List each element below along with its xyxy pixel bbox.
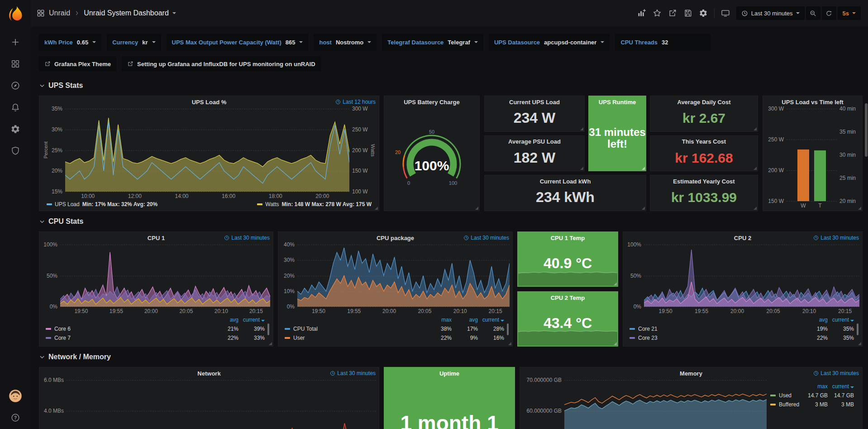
variable-ups-max-output-power[interactable]: UPS Max Output Power Capacity (Watt)865 — [167, 34, 309, 51]
panel-time-range[interactable]: Last 12 hours — [335, 99, 376, 105]
refresh-interval-picker[interactable]: 5s — [838, 6, 861, 20]
dashboards-icon[interactable] — [10, 59, 20, 69]
legend-col-header[interactable]: current — [828, 317, 854, 323]
grafana-logo[interactable] — [5, 5, 26, 25]
panel-title[interactable]: UPS Load % — [192, 99, 227, 106]
panel-title[interactable]: Memory — [680, 370, 702, 377]
apps-grid-icon[interactable] — [36, 9, 45, 18]
panel-title[interactable]: CPU package — [377, 235, 414, 241]
variable-telegraf-datasource[interactable]: Telegraf DatasourceTelegraf — [382, 34, 483, 51]
star-icon[interactable] — [653, 9, 662, 18]
panel-title[interactable]: CPU 1 Temp — [551, 235, 585, 241]
legend-series[interactable]: CPU Total38%17%28% — [285, 324, 504, 333]
legend-col-header[interactable]: avg — [452, 317, 478, 323]
bar-w[interactable] — [797, 149, 809, 201]
time-range-picker[interactable]: Last 30 minutes — [736, 6, 805, 20]
panel-title[interactable]: Current UPS Load — [509, 99, 560, 106]
panel-title[interactable]: Average Daily Cost — [677, 99, 730, 106]
cycle-view-tv-icon[interactable] — [721, 9, 730, 18]
panel-title[interactable]: Uptime — [439, 370, 459, 377]
chart-plot-area[interactable] — [65, 109, 349, 192]
panel-title[interactable]: This Years Cost — [682, 138, 726, 145]
panel-title[interactable]: UPS Runtime — [599, 99, 636, 106]
legend-scrollbar[interactable] — [267, 323, 269, 335]
add-panel-icon[interactable] — [637, 9, 646, 18]
legend-scrollbar[interactable] — [507, 323, 509, 335]
variable-cpu-threads[interactable]: CPU Threads32 — [615, 34, 711, 51]
panel-title[interactable]: Average PSU Load — [508, 138, 561, 145]
section-network-memory[interactable]: Network / Memory — [39, 351, 863, 363]
zoom-out-button[interactable] — [806, 6, 820, 20]
variable-ups-datasource[interactable]: UPS Datasourceapcupsd-container — [489, 34, 610, 51]
panel-time-range[interactable]: Last 30 minutes — [813, 235, 859, 241]
alerting-bell-icon[interactable] — [10, 102, 20, 112]
create-plus-icon[interactable] — [10, 37, 20, 47]
explore-compass-icon[interactable] — [10, 81, 20, 91]
panel-title[interactable]: UPS Battery Charge — [404, 99, 460, 106]
breadcrumb-app[interactable]: Unraid — [49, 9, 70, 17]
panel-time-range[interactable]: Last 30 minutes — [813, 370, 859, 376]
legend-col-header[interactable]: max — [801, 383, 828, 390]
section-ups-stats[interactable]: UPS Stats — [39, 79, 863, 92]
legend-col-header[interactable]: current — [478, 317, 504, 323]
variable-value[interactable]: 32 — [662, 39, 705, 46]
variable-value[interactable]: Telegraf — [448, 39, 470, 46]
dashboard-link-grafana-plex-theme[interactable]: Grafana Plex Theme — [39, 56, 116, 72]
legend-col-header[interactable]: avg — [212, 317, 238, 323]
variable-value[interactable]: 0.65 — [77, 39, 88, 46]
legend-series[interactable]: Buffered3 MB3 MB — [770, 400, 854, 409]
admin-shield-icon[interactable] — [10, 146, 20, 156]
panel-title[interactable]: Current Load kWh — [540, 178, 591, 185]
legend-series[interactable]: Watts Min: 148 W Max: 278 W Avg: 175 W — [257, 201, 372, 207]
bar-plot-area[interactable] — [787, 109, 837, 201]
variable-value[interactable]: Nostromo — [336, 39, 363, 46]
legend-series[interactable]: Core 2322%35% — [630, 333, 854, 342]
legend-series[interactable]: Core 722%33% — [46, 333, 265, 342]
legend-series[interactable]: Used14.7 GB14.7 GB — [770, 391, 854, 400]
legend-col-header[interactable]: current — [238, 317, 265, 323]
chart-plot-area[interactable] — [67, 380, 376, 429]
panel-title[interactable]: CPU 2 — [734, 235, 751, 241]
panel-time-range[interactable]: Last 30 minutes — [224, 235, 270, 241]
help-icon[interactable]: ? — [10, 413, 20, 423]
panel-time-range[interactable]: Last 30 minutes — [463, 235, 509, 241]
panel-time-range[interactable]: Last 30 minutes — [330, 370, 376, 376]
legend-series[interactable]: Core 621%39% — [46, 324, 265, 333]
dashboard-link-ups-monitoring-guide[interactable]: Setting up Grafana and InfluxDB for UPS … — [122, 56, 321, 72]
user-avatar[interactable] — [9, 389, 22, 403]
legend-series[interactable]: Core 2119%35% — [630, 324, 854, 333]
chart-plot-area[interactable] — [644, 245, 859, 307]
panel-title[interactable]: UPS Load vs Time left — [782, 99, 843, 106]
page-scrollbar[interactable] — [865, 103, 868, 157]
configuration-gear-icon[interactable] — [10, 124, 20, 134]
panel-time-label: Last 30 minutes — [820, 235, 859, 241]
save-icon[interactable] — [683, 9, 692, 18]
section-cpu-stats[interactable]: CPU Stats — [39, 215, 863, 228]
variable-currency[interactable]: Currencykr — [107, 34, 161, 51]
caret-down-icon[interactable] — [172, 12, 176, 14]
panel-title[interactable]: CPU 2 Temp — [551, 294, 585, 301]
legend-series[interactable]: User22%9%16% — [285, 333, 504, 342]
chart-plot-area[interactable] — [60, 245, 270, 307]
legend-col-header[interactable]: max — [425, 317, 452, 323]
chart-plot-area[interactable] — [564, 380, 767, 429]
variable-value[interactable]: kr — [142, 39, 148, 46]
legend-scrollbar[interactable] — [857, 323, 858, 335]
settings-gear-icon[interactable] — [699, 9, 708, 18]
legend-col-header[interactable]: current — [828, 383, 854, 390]
panel-title[interactable]: CPU 1 — [148, 235, 165, 241]
variable-value[interactable]: 865 — [286, 39, 296, 46]
legend-series[interactable]: UPS Load Min: 17% Max: 32% Avg: 20% — [47, 201, 157, 207]
bar-t[interactable] — [814, 150, 826, 201]
panel-title[interactable]: Network — [197, 370, 220, 377]
variable-value[interactable]: apcupsd-container — [544, 39, 596, 46]
panel-title[interactable]: Estimated Yearly Cost — [673, 178, 734, 185]
variable-host[interactable]: hostNostromo — [314, 34, 377, 51]
share-icon[interactable] — [668, 9, 677, 18]
legend-col-header[interactable]: avg — [801, 317, 828, 323]
variable-kwh-price[interactable]: kWh Price0.65 — [39, 34, 101, 51]
refresh-button[interactable] — [822, 6, 836, 20]
dashboard-title[interactable]: Unraid System Dashboard — [84, 9, 169, 17]
legend-value: 39% — [238, 326, 265, 332]
chart-plot-area[interactable] — [297, 245, 510, 307]
